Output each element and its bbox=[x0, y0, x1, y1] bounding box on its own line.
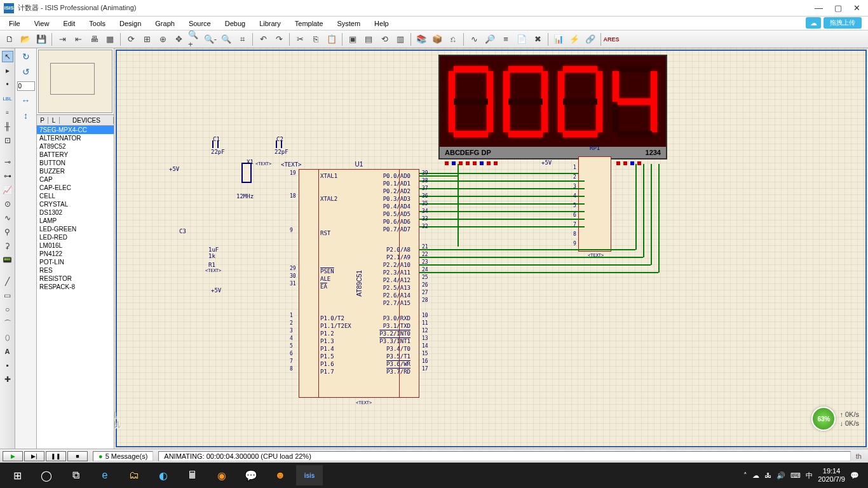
search-icon[interactable]: 🔎 bbox=[483, 32, 497, 46]
block-move-icon[interactable]: ▤ bbox=[362, 32, 376, 46]
menu-library[interactable]: Library bbox=[253, 18, 287, 29]
wire-autoroute-icon[interactable]: ∿ bbox=[467, 32, 481, 46]
pick-button[interactable]: P bbox=[37, 117, 48, 124]
paste-icon[interactable]: 📋 bbox=[325, 32, 339, 46]
device-item[interactable]: LED-GREEN bbox=[37, 225, 114, 233]
performance-overlay[interactable]: 63% ↑ 0K/s ↓ 0K/s bbox=[811, 407, 859, 431]
app1-icon[interactable]: ◉ bbox=[208, 465, 235, 485]
app2-icon[interactable]: ☻ bbox=[267, 465, 294, 485]
bom-icon[interactable]: 📊 bbox=[552, 32, 566, 46]
zoomout-icon[interactable]: 🔍- bbox=[203, 32, 217, 46]
open-icon[interactable]: 📂 bbox=[18, 32, 32, 46]
box-2d-icon[interactable]: ▭ bbox=[2, 290, 13, 301]
origin-icon[interactable]: ⊕ bbox=[156, 32, 170, 46]
rotate-cw-icon[interactable]: ↻ bbox=[18, 51, 34, 62]
sim-step-button[interactable]: ▶| bbox=[24, 451, 44, 461]
decompose-icon[interactable]: ⎌ bbox=[446, 32, 460, 46]
select-mode-icon[interactable]: ↖ bbox=[2, 51, 13, 62]
refresh-icon[interactable]: ⟳ bbox=[124, 32, 138, 46]
package-icon[interactable]: 📦 bbox=[430, 32, 444, 46]
system-tray[interactable]: ˄ ☁ 🖧 🔊 ⌨ 中 19:14 2020/7/9 💬 bbox=[743, 467, 864, 484]
device-item[interactable]: ALTERNATOR bbox=[37, 134, 114, 142]
tape-mode-icon[interactable]: ⊙ bbox=[2, 198, 13, 210]
device-item[interactable]: RESPACK-8 bbox=[37, 283, 114, 291]
clock[interactable]: 19:14 2020/7/9 bbox=[818, 467, 845, 484]
bus-mode-icon[interactable]: ╫ bbox=[2, 121, 13, 132]
block-rotate-icon[interactable]: ⟲ bbox=[377, 32, 391, 46]
device-item[interactable]: BUTTON bbox=[37, 159, 114, 167]
menu-template[interactable]: Template bbox=[288, 18, 330, 29]
menu-system[interactable]: System bbox=[330, 18, 367, 29]
device-item[interactable]: PN4122 bbox=[37, 250, 114, 258]
device-item[interactable]: LAMP bbox=[37, 217, 114, 225]
menu-tools[interactable]: Tools bbox=[83, 18, 112, 29]
device-item[interactable]: LED-RED bbox=[37, 233, 114, 241]
remove-sheet-icon[interactable]: ✖ bbox=[531, 32, 545, 46]
zoomin-icon[interactable]: 🔍+ bbox=[187, 32, 201, 46]
device-item[interactable]: CRYSTAL bbox=[37, 200, 114, 208]
circle-2d-icon[interactable]: ○ bbox=[2, 304, 13, 315]
ares-icon[interactable]: ARES bbox=[604, 32, 618, 46]
devices-list[interactable]: 7SEG-MPX4-CCALTERNATORAT89C52BATTERYBUTT… bbox=[37, 126, 114, 449]
cloud-upload[interactable]: ☁ 拖拽上传 bbox=[806, 17, 862, 29]
device-item[interactable]: POT-LIN bbox=[37, 258, 114, 266]
symbol-2d-icon[interactable]: ▪ bbox=[2, 360, 13, 371]
device-item[interactable]: BATTERY bbox=[37, 151, 114, 159]
menu-view[interactable]: View bbox=[28, 18, 56, 29]
export-icon[interactable]: ⇤ bbox=[71, 32, 85, 46]
edge-icon[interactable]: e bbox=[92, 465, 118, 485]
property-icon[interactable]: ≡ bbox=[499, 32, 513, 46]
zoomarea-icon[interactable]: ⌗ bbox=[235, 32, 249, 46]
device-item[interactable]: RESISTOR bbox=[37, 274, 114, 283]
save-icon[interactable]: 💾 bbox=[34, 32, 48, 46]
path-2d-icon[interactable]: ⬯ bbox=[2, 332, 13, 343]
seven-segment-display[interactable]: ABCDEFG DP 1234 bbox=[438, 55, 667, 159]
component-mode-icon[interactable]: ▸ bbox=[2, 65, 13, 76]
cut-icon[interactable]: ✂ bbox=[293, 32, 307, 46]
device-item[interactable]: CELL bbox=[37, 192, 114, 200]
mirror-h-icon[interactable]: ↔ bbox=[18, 95, 34, 106]
tray-keyboard-icon[interactable]: ⌨ bbox=[790, 471, 801, 480]
device-item[interactable]: 7SEG-MPX4-CC bbox=[37, 126, 114, 134]
probe-i-icon[interactable]: ⚳ bbox=[2, 240, 13, 252]
taskview-icon[interactable]: ⧉ bbox=[62, 465, 89, 485]
zoomall-icon[interactable]: 🔍 bbox=[219, 32, 233, 46]
device-item[interactable]: BUZZER bbox=[37, 167, 114, 175]
maximize-button[interactable]: ▢ bbox=[834, 3, 842, 13]
menu-edit[interactable]: Edit bbox=[57, 18, 81, 29]
pan-icon[interactable]: ✥ bbox=[172, 32, 186, 46]
library-icon[interactable]: 📚 bbox=[414, 32, 428, 46]
text-mode-icon[interactable]: ≡ bbox=[2, 107, 13, 118]
tray-cloud-icon[interactable]: ☁ bbox=[752, 471, 759, 480]
block-delete-icon[interactable]: ▥ bbox=[393, 32, 407, 46]
device-item[interactable]: RES bbox=[37, 266, 114, 274]
netlist-icon[interactable]: 🔗 bbox=[583, 32, 597, 46]
mirror-v-icon[interactable]: ↕ bbox=[18, 110, 34, 121]
device-item[interactable]: CAP bbox=[37, 175, 114, 184]
cap-c1[interactable] bbox=[210, 140, 221, 148]
wirelabel-mode-icon[interactable]: LBL bbox=[2, 93, 13, 104]
wechat-icon[interactable]: 💬 bbox=[238, 465, 264, 485]
rotate-ccw-icon[interactable]: ↺ bbox=[18, 66, 34, 78]
junction-mode-icon[interactable]: • bbox=[2, 79, 13, 90]
block-copy-icon[interactable]: ▣ bbox=[346, 32, 360, 46]
graph-mode-icon[interactable]: 📈 bbox=[2, 184, 13, 196]
menu-source[interactable]: Source bbox=[182, 18, 217, 29]
new-sheet-icon[interactable]: 📄 bbox=[515, 32, 529, 46]
device-item[interactable]: DS1302 bbox=[37, 208, 114, 217]
line-2d-icon[interactable]: ╱ bbox=[2, 276, 13, 287]
explorer-icon[interactable]: 🗂 bbox=[121, 465, 147, 485]
cortana-icon[interactable]: ◯ bbox=[33, 465, 60, 485]
tray-up-icon[interactable]: ˄ bbox=[743, 471, 747, 480]
erc-icon[interactable]: ⚡ bbox=[567, 32, 581, 46]
menu-help[interactable]: Help bbox=[368, 18, 395, 29]
text-2d-icon[interactable]: A bbox=[2, 346, 13, 357]
notification-icon[interactable]: 💬 bbox=[850, 471, 859, 480]
message-box[interactable]: ● 5 Message(s) bbox=[93, 451, 153, 461]
close-button[interactable]: ✕ bbox=[853, 3, 860, 13]
new-icon[interactable]: 🗋 bbox=[3, 32, 17, 46]
arc-2d-icon[interactable]: ⌒ bbox=[2, 318, 13, 329]
minimize-button[interactable]: — bbox=[815, 3, 823, 13]
device-item[interactable]: CAP-ELEC bbox=[37, 184, 114, 192]
tray-ime[interactable]: 中 bbox=[806, 471, 813, 480]
